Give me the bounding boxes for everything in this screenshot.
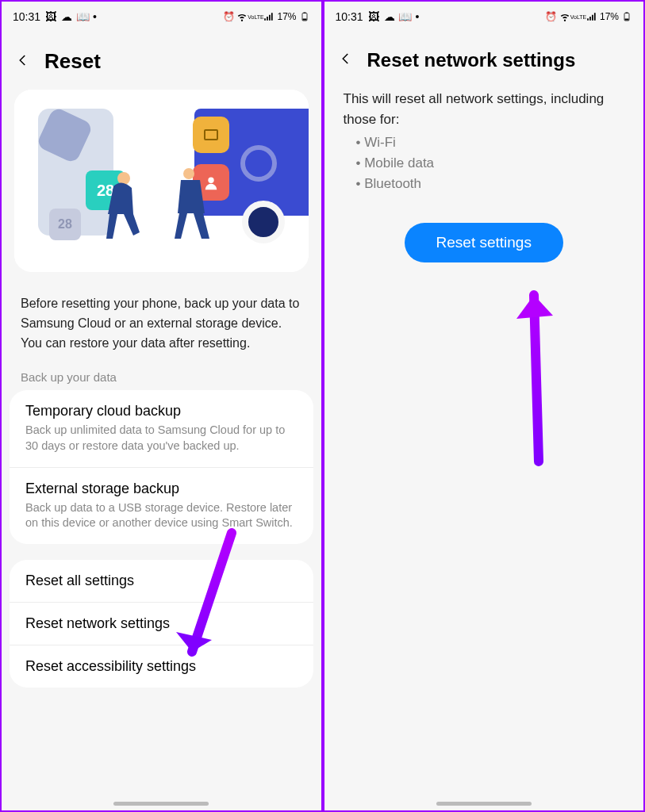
svg-point-5 (183, 168, 194, 179)
page-title: Reset (44, 49, 101, 74)
list-item-title: Reset accessibility settings (25, 658, 298, 675)
battery-text: 17% (600, 11, 619, 22)
status-time: 10:31 (336, 10, 363, 23)
hero-illustration: 28 28 (14, 90, 309, 272)
page-title: Reset network settings (367, 49, 576, 71)
book-icon: 📖 (400, 11, 411, 22)
image-icon: 🖼 (45, 11, 56, 22)
screen-reset-network: 10:31 🖼 ☁ 📖 • ⏰ VoLTE 17% Reset network … (323, 0, 646, 812)
nav-handle[interactable] (113, 802, 209, 806)
battery-text: 17% (277, 11, 296, 22)
list-item-subtitle: Back up data to a USB storage device. Re… (25, 500, 298, 531)
alarm-icon: ⏰ (223, 11, 234, 22)
option-reset-network-settings[interactable]: Reset network settings (10, 602, 313, 645)
svg-rect-2 (303, 13, 305, 13)
alarm-icon: ⏰ (546, 11, 557, 22)
list-item-title: Reset all settings (25, 573, 298, 589)
status-bar: 10:31 🖼 ☁ 📖 • ⏰ VoLTE 17% (2, 2, 321, 32)
volte-icon: VoLTE (250, 11, 261, 22)
svg-rect-1 (302, 19, 306, 21)
bullet-mobile-data: Mobile data (356, 153, 625, 174)
book-icon: 📖 (77, 11, 88, 22)
list-item-title: External storage backup (25, 481, 298, 497)
option-temporary-cloud-backup[interactable]: Temporary cloud backup Back up unlimited… (10, 390, 313, 466)
back-icon[interactable] (16, 53, 30, 71)
back-icon[interactable] (339, 52, 353, 69)
reset-settings-button[interactable]: Reset settings (405, 223, 563, 262)
header: Reset network settings (324, 32, 644, 82)
description-text: This will reset all network settings, in… (324, 82, 644, 129)
wifi-icon (559, 11, 570, 22)
header: Reset (2, 32, 321, 85)
status-time: 10:31 (13, 10, 40, 23)
bullet-bluetooth: Bluetooth (356, 174, 625, 194)
more-indicator: • (416, 10, 420, 23)
reset-bullet-list: Wi-Fi Mobile data Bluetooth (324, 129, 644, 213)
list-item-title: Reset network settings (25, 615, 298, 632)
battery-icon (299, 11, 310, 22)
svg-point-4 (117, 172, 130, 185)
more-indicator: • (93, 10, 97, 23)
section-label-backup: Back up your data (2, 362, 321, 390)
calendar-icon-duplicate: 28 (49, 209, 81, 240)
image-icon: 🖼 (368, 11, 379, 22)
wifi-icon (236, 11, 248, 22)
list-item-subtitle: Back up unlimited data to Samsung Cloud … (25, 423, 298, 454)
folder-icon (193, 117, 229, 153)
signal-icon (263, 11, 275, 22)
screen-reset: 10:31 🖼 ☁ 📖 • ⏰ VoLTE 17% Reset (0, 0, 323, 812)
backup-card: Temporary cloud backup Back up unlimited… (10, 390, 313, 543)
list-item-title: Temporary cloud backup (25, 403, 298, 419)
reset-card: Reset all settings Reset network setting… (10, 560, 313, 688)
cloud-icon: ☁ (61, 11, 72, 22)
person-illustration (102, 170, 141, 240)
bullet-wifi: Wi-Fi (356, 132, 625, 153)
option-reset-all-settings[interactable]: Reset all settings (10, 560, 313, 602)
option-reset-accessibility-settings[interactable]: Reset accessibility settings (10, 645, 313, 688)
volte-icon: VoLTE (573, 11, 584, 22)
battery-icon (621, 11, 632, 22)
annotation-arrow (499, 263, 570, 469)
nav-handle[interactable] (436, 802, 532, 806)
status-bar: 10:31 🖼 ☁ 📖 • ⏰ VoLTE 17% (324, 2, 644, 32)
signal-icon (586, 11, 597, 22)
option-external-storage-backup[interactable]: External storage backup Back up data to … (10, 467, 313, 544)
intro-text: Before resetting your phone, back up you… (2, 285, 321, 362)
svg-rect-7 (625, 19, 629, 21)
person-illustration (173, 167, 213, 240)
svg-rect-8 (626, 13, 628, 13)
cloud-icon: ☁ (384, 11, 395, 22)
